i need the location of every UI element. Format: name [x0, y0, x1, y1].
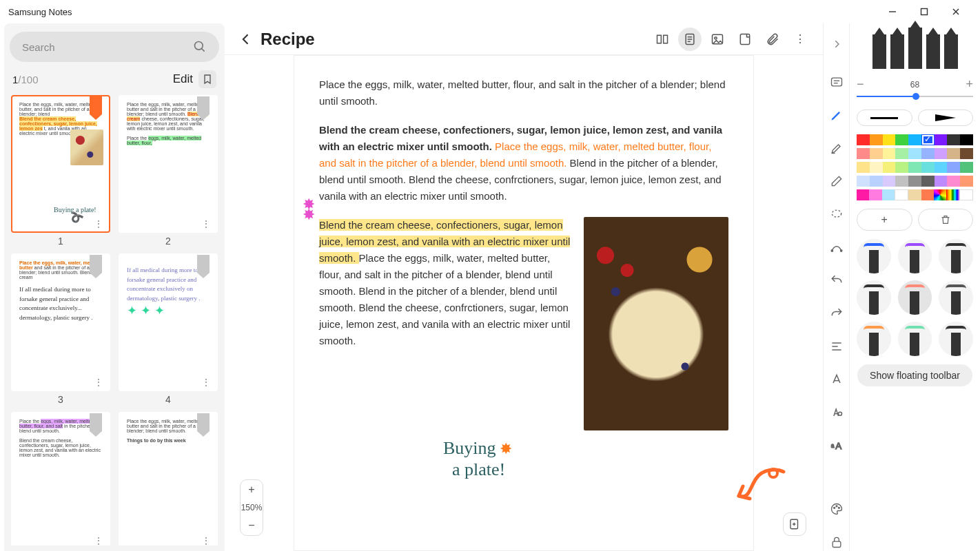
color-swatch[interactable] — [934, 189, 946, 200]
pen-preset[interactable] — [939, 280, 973, 315]
color-swatch[interactable] — [935, 148, 948, 159]
color-swatch[interactable] — [947, 134, 960, 145]
pen-preset[interactable] — [857, 322, 891, 356]
expand-panel-button[interactable] — [828, 30, 846, 58]
color-swatch[interactable] — [935, 134, 948, 145]
delete-preset-button[interactable] — [918, 209, 974, 231]
color-swatch[interactable] — [946, 189, 959, 200]
thumb-2[interactable]: Place the eggs, milk, water, melted butt… — [119, 95, 218, 249]
show-floating-toolbar-button[interactable]: Show floating toolbar — [857, 364, 972, 386]
color-swatch[interactable] — [908, 189, 921, 200]
thumb-6[interactable]: Place the eggs, milk, water, melted butt… — [119, 412, 218, 545]
pen-preset[interactable] — [939, 239, 973, 273]
color-swatch[interactable] — [921, 162, 935, 173]
image-icon[interactable] — [706, 28, 729, 51]
template-icon[interactable] — [733, 28, 757, 51]
color-swatch[interactable] — [947, 162, 960, 173]
color-swatch[interactable] — [895, 176, 908, 187]
thumb-5[interactable]: Place the eggs, milk, water, melted butt… — [11, 412, 110, 545]
maximize-button[interactable] — [908, 0, 940, 23]
edit-button[interactable]: Edit — [173, 72, 193, 86]
color-swatch[interactable] — [870, 148, 883, 159]
pen-preset[interactable] — [898, 322, 932, 356]
pen-preset[interactable] — [857, 239, 891, 273]
color-swatch[interactable] — [960, 148, 973, 159]
pen-preset[interactable] — [898, 239, 932, 273]
add-page-button[interactable] — [783, 512, 806, 536]
text-tool-icon[interactable] — [828, 73, 846, 91]
lock-icon[interactable] — [828, 533, 846, 551]
pen-type[interactable] — [890, 34, 904, 69]
color-swatch[interactable] — [908, 162, 921, 173]
search-input[interactable]: Search — [10, 32, 219, 62]
text-format-icon[interactable] — [828, 371, 846, 388]
color-swatch[interactable] — [921, 148, 935, 159]
color-swatch[interactable] — [870, 162, 883, 173]
back-button[interactable] — [236, 29, 256, 50]
pen-type[interactable] — [908, 28, 922, 69]
pen-type[interactable] — [872, 34, 886, 69]
thumb-1[interactable]: Place the eggs, milk, water, melted butt… — [11, 95, 110, 249]
color-swatch[interactable] — [882, 189, 895, 200]
color-swatch[interactable] — [895, 189, 908, 200]
thumb-options[interactable]: ⋮ — [94, 219, 103, 229]
color-swatch[interactable] — [895, 162, 908, 173]
color-swatch[interactable] — [908, 148, 921, 159]
color-swatch[interactable] — [921, 134, 935, 145]
color-swatch[interactable] — [947, 148, 960, 159]
color-swatch[interactable] — [895, 134, 908, 145]
zoom-out-button[interactable]: − — [241, 516, 263, 535]
color-swatch[interactable] — [857, 134, 870, 145]
color-swatch[interactable] — [857, 162, 870, 173]
thumb-options[interactable]: ⋮ — [201, 377, 211, 387]
color-swatch[interactable] — [883, 148, 896, 159]
note-page[interactable]: Place the eggs, milk, water, melted butt… — [294, 55, 754, 551]
shape-tool-icon[interactable] — [828, 238, 846, 256]
color-swatch[interactable] — [908, 134, 921, 145]
minimize-button[interactable] — [877, 0, 908, 23]
color-swatch[interactable] — [883, 176, 896, 187]
redo-icon[interactable] — [828, 304, 846, 322]
thumb-options[interactable]: ⋮ — [201, 536, 211, 545]
pen-preset[interactable] — [857, 280, 891, 315]
close-button[interactable] — [940, 0, 972, 23]
color-swatch[interactable] — [870, 134, 883, 145]
thumb-options[interactable]: ⋮ — [94, 536, 103, 545]
page-view-icon[interactable] — [678, 28, 702, 51]
eraser-tool-icon[interactable] — [828, 172, 846, 190]
color-swatch[interactable] — [921, 189, 934, 200]
bookmark-icon[interactable] — [198, 70, 216, 88]
attachment-icon[interactable] — [761, 28, 784, 51]
highlighter-tool-icon[interactable] — [828, 139, 846, 157]
lasso-tool-icon[interactable] — [828, 205, 846, 223]
pen-size-slider[interactable] — [857, 92, 973, 101]
pen-preset[interactable] — [939, 322, 973, 356]
pen-type[interactable] — [926, 34, 940, 69]
pen-type[interactable] — [944, 34, 958, 69]
palette-icon[interactable] — [828, 500, 846, 518]
zoom-in-button[interactable]: + — [241, 480, 263, 499]
align-icon[interactable] — [828, 337, 846, 355]
pen-preset[interactable] — [898, 280, 932, 315]
color-swatch[interactable] — [908, 176, 921, 187]
color-swatch[interactable] — [960, 176, 973, 187]
undo-icon[interactable] — [828, 271, 846, 289]
color-swatch[interactable] — [857, 148, 870, 159]
color-swatch[interactable] — [857, 176, 870, 187]
note-title[interactable]: Recipe — [261, 30, 315, 49]
color-swatch[interactable] — [935, 176, 948, 187]
more-icon[interactable]: ⋮ — [788, 28, 812, 51]
stroke-style-flat[interactable] — [857, 110, 912, 126]
color-swatch[interactable] — [869, 189, 881, 200]
thumb-options[interactable]: ⋮ — [94, 377, 103, 387]
color-swatch[interactable] — [870, 176, 883, 187]
thumb-3[interactable]: Place the eggs, milk, water, melted butt… — [11, 253, 110, 408]
color-swatch[interactable] — [960, 134, 973, 145]
text-size-icon[interactable]: aA — [828, 437, 846, 455]
color-swatch[interactable] — [921, 176, 935, 187]
font-icon[interactable] — [828, 404, 846, 422]
reading-mode-icon[interactable] — [651, 28, 674, 51]
pen-tool-icon[interactable] — [828, 106, 846, 124]
color-swatch[interactable] — [959, 189, 973, 200]
color-swatch[interactable] — [857, 189, 869, 200]
